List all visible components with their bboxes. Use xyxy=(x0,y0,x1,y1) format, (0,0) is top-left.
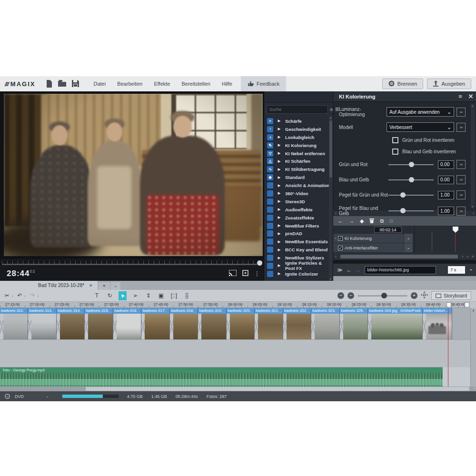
keyframe-toggle-button[interactable]: >< xyxy=(456,190,466,199)
audio-track[interactable]: Toto - Georgy Porgy.mp3 xyxy=(0,367,443,387)
effect-list-item[interactable]: ◑ ▶ Lookabgleich xyxy=(264,133,333,141)
tab-list-chevron[interactable]: ⌄ xyxy=(111,282,120,290)
timeline-zoom-slider[interactable] xyxy=(357,295,407,297)
target-medium-label[interactable]: DVD xyxy=(15,394,24,399)
effect-list-item[interactable]: ▶ proDAD xyxy=(264,229,333,238)
row-expand-icon[interactable]: › xyxy=(333,237,338,240)
paste-keyframe-icon[interactable]: ⧉ xyxy=(389,218,393,224)
panel-close-icon[interactable]: ✕ xyxy=(466,93,476,100)
zoom-in-icon[interactable]: + xyxy=(472,254,474,259)
cut-object-icon[interactable] xyxy=(54,291,62,300)
target-chevron-icon[interactable]: ⌄ xyxy=(46,394,49,398)
effect-list-item[interactable]: ▶ NewBlue Essentials xyxy=(264,238,333,246)
keyframe-toggle-button[interactable]: >< xyxy=(456,160,466,169)
ausgeben-button[interactable]: Ausgeben xyxy=(427,79,471,89)
effect-enabled-checkbox[interactable]: ✓ xyxy=(338,246,343,250)
new-project-icon[interactable] xyxy=(46,80,52,88)
delete-keyframe-icon[interactable] xyxy=(369,218,374,224)
grid-icon[interactable]: ▣ xyxy=(157,291,165,300)
timeline-vscrollbar[interactable] xyxy=(470,308,476,387)
param-checkbox[interactable] xyxy=(392,149,398,155)
range-select-icon[interactable]: ➢ xyxy=(131,291,139,300)
video-clip[interactable]: badtoelz-320. xyxy=(227,308,255,339)
panel-menu-icon[interactable]: ≡ xyxy=(455,93,466,100)
param-slider[interactable] xyxy=(388,210,434,211)
zoom-in-icon[interactable]: + xyxy=(411,292,417,299)
effect-list-item[interactable]: ▶ Audioeffekte xyxy=(264,206,333,214)
delete-icon[interactable] xyxy=(41,291,50,300)
brennen-button[interactable]: Brennen xyxy=(382,79,424,89)
video-clip[interactable]: badtoelz-313. xyxy=(28,308,56,339)
keyframe-zoom-bar[interactable]: ‹ › − + xyxy=(333,253,476,260)
row-options-chevron[interactable]: ⌄ xyxy=(404,243,413,252)
zoom-out-icon[interactable]: − xyxy=(347,292,354,299)
prev-object-icon[interactable]: ← xyxy=(347,267,352,273)
preview-scrubber[interactable] xyxy=(0,259,264,266)
object-stretch-icon[interactable]: ⇕ xyxy=(144,291,152,300)
open-project-icon[interactable] xyxy=(58,80,66,88)
effect-list-item[interactable]: ▶ Ignite Particles & Post FX xyxy=(264,262,333,270)
range-in-marker[interactable] xyxy=(446,302,451,307)
tab-close-icon[interactable]: ✕ xyxy=(89,283,93,288)
param-checkbox[interactable] xyxy=(392,137,398,143)
video-clip[interactable]: badtoelz-312. xyxy=(0,308,28,339)
unlink-objects-icon[interactable] xyxy=(208,291,217,300)
menu-effekte[interactable]: Effekte xyxy=(148,76,176,91)
new-tab-button[interactable]: + xyxy=(99,282,110,290)
keyframe-toggle-button[interactable]: >< xyxy=(456,175,466,184)
zoom-fit-icon[interactable]: − xyxy=(337,292,344,299)
video-clip[interactable]: badtoelz-314. xyxy=(57,308,85,339)
copy-icon[interactable] xyxy=(67,291,75,300)
effect-list-item[interactable]: ▶ Zusatzeffekte xyxy=(264,214,333,222)
tool-chevron-icon[interactable]: ⌄ xyxy=(24,294,28,298)
project-tab[interactable]: Bad Tölz 2023-10-28* ✕ xyxy=(0,281,98,290)
slider-knob[interactable] xyxy=(400,208,406,213)
video-clip[interactable]: badtoelz-315. xyxy=(85,308,113,339)
effect-list-item[interactable]: ≈ ▶ Schärfe xyxy=(264,117,333,125)
copy-keyframe-icon[interactable]: ⧉ xyxy=(380,218,384,224)
param-slider[interactable] xyxy=(388,195,434,196)
effect-list-item[interactable]: ▶ NewBlue Filters xyxy=(264,222,333,230)
params-scrollbar[interactable] xyxy=(471,104,475,208)
audio-levels-icon[interactable]: ⣿ xyxy=(183,291,191,300)
keyframe-toggle-button[interactable]: >< xyxy=(456,123,466,132)
hscroll-thumb[interactable] xyxy=(86,387,469,391)
cut-tool-icon[interactable]: ✂ xyxy=(3,291,11,300)
video-clip[interactable]: badtoelz-325. xyxy=(340,308,368,339)
range-markers-icon[interactable]: [::] xyxy=(170,291,178,300)
effect-list-item[interactable]: ◆ ▶ Standard xyxy=(264,173,333,181)
pan-mode-icon[interactable] xyxy=(421,291,428,300)
video-clip[interactable]: badtoelz-317. xyxy=(141,308,169,339)
fullscreen-icon[interactable] xyxy=(242,269,248,278)
video-clip[interactable]: badtoelz-324.jpg Größe/Posit. xyxy=(368,308,423,339)
redo-icon[interactable]: ↷ xyxy=(29,291,37,300)
video-clip[interactable]: badtoelz-319. xyxy=(198,308,226,339)
effect-list-item[interactable]: ▽ ▶ KI Nebel entfernen xyxy=(264,149,333,158)
tool-chevron-icon[interactable]: ⌄ xyxy=(37,294,40,298)
tool-chevron-icon[interactable]: ⌄ xyxy=(11,294,15,298)
video-clip[interactable]: badtoelz-323. xyxy=(311,308,339,339)
next-keyframe-icon[interactable]: → xyxy=(349,218,354,224)
scrubber-handle[interactable] xyxy=(257,260,262,266)
video-clip[interactable]: badtoelz-318. xyxy=(170,308,198,339)
param-dropdown[interactable]: Auf Ausgabe anwenden ⌄ xyxy=(387,107,454,117)
effect-list-item[interactable]: ▶ Stereo3D xyxy=(264,198,333,206)
effects-scrollbar[interactable] xyxy=(329,116,333,281)
timeline-playhead[interactable] xyxy=(448,308,448,387)
keyframe-toggle-button[interactable]: >< xyxy=(456,108,466,117)
clock-icon[interactable]: ◔ xyxy=(469,267,472,273)
title-tool-icon[interactable]: T xyxy=(93,291,101,300)
effect-list-item[interactable]: ▶ Ansicht & Animation xyxy=(264,181,333,189)
keyframe-row[interactable]: › ✓ KI Kolorierung xyxy=(333,234,404,243)
link-objects-icon[interactable] xyxy=(196,291,204,300)
keyframe-playhead[interactable] xyxy=(453,227,458,233)
slider-knob[interactable] xyxy=(400,192,406,198)
keyframe-row[interactable]: ✓ Anti-Interlacefilter xyxy=(333,243,404,252)
keyframe-scroll-thumb[interactable] xyxy=(340,255,458,258)
effect-enabled-checkbox[interactable]: ✓ xyxy=(338,236,343,241)
empty-track-area[interactable] xyxy=(0,339,476,367)
param-dropdown[interactable]: Verbessert ⌄ xyxy=(387,122,454,132)
object-name-field[interactable]: bilder-historisch86.jpg xyxy=(365,266,436,274)
timeline-hscrollbar[interactable]: › xyxy=(0,387,476,391)
search-input[interactable] xyxy=(267,105,328,114)
